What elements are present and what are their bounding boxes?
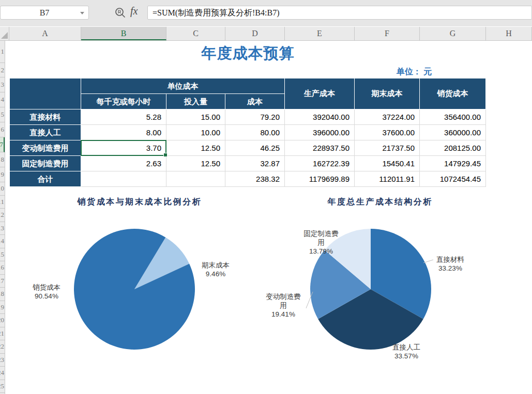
pie-label: 直接人工33.57% [392, 343, 420, 360]
chart-title: 年度总生产成本结构分析 [327, 197, 433, 208]
leader-line [423, 260, 433, 263]
pie-label: 直接材料33.23% [436, 255, 464, 273]
pie-label: 销货成本90.54% [33, 283, 60, 301]
chart-title: 销货成本与期末成本比例分析 [78, 197, 202, 208]
pie-label: 期末成本9.46% [202, 261, 230, 278]
pie-label: 变动制造费用19.41% [266, 292, 301, 319]
pie-label: 固定制造费用13.79% [303, 229, 339, 256]
spreadsheet-app: B7 fx =SUM(制造费用预算及分析!B4:B7) ABCDEFGH 123… [0, 0, 532, 394]
